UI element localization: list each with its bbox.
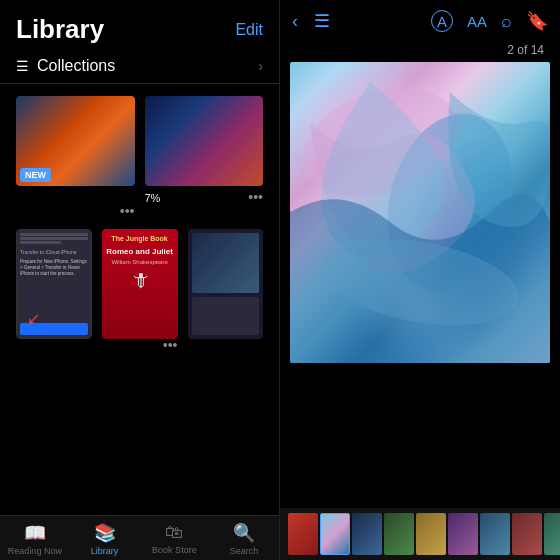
dots-menu-1[interactable]: ••• [120,203,135,219]
dots-menu-3[interactable]: ••• [163,337,178,353]
edit-button[interactable]: Edit [235,21,263,39]
thumb-7[interactable] [480,513,510,555]
collections-row[interactable]: ☰ Collections › [0,49,279,84]
books-grid: NEW ••• 7% ••• Transfer to iCloud [0,84,279,515]
marble-svg [290,62,550,363]
book-progress[interactable]: 100% ••• [188,229,263,339]
jungle-book-title: The Jungle Book [111,235,167,243]
shakespeare-name: William Shakespeare [111,259,167,265]
thumb-3[interactable] [352,513,382,555]
page-indicator: 2 of 14 [507,43,544,57]
phone-line-2 [20,237,88,240]
romeo-title: Romeo and Juliet [106,247,173,257]
book-page [290,62,550,363]
reader-header: ‹ ☰ A AA ⌕ 🔖 [280,0,560,40]
phone-line-3 [20,241,61,244]
book-cover-2 [145,96,264,186]
thumb-8[interactable] [512,513,542,555]
reading-now-icon: 📖 [24,522,46,544]
book-thumb [192,233,259,293]
book-phone-transfer[interactable]: Transfer to iCloud iPhone Prepare for Ne… [16,229,92,339]
tab-reading-now-label: Reading Now [8,546,62,556]
tab-bar: 📖 Reading Now 📚 Library 🛍 Book Store 🔍 S… [0,515,279,560]
chevron-right-icon: › [258,58,263,74]
library-panel: Library Edit ☰ Collections › NEW ••• 7% … [0,0,280,560]
book-reader-area[interactable] [280,62,560,508]
back-icon[interactable]: ‹ [292,11,298,32]
tab-book-store[interactable]: 🛍 Book Store [140,522,210,556]
books-first-row: NEW ••• 7% ••• [16,96,263,205]
thumb-6[interactable] [448,513,478,555]
book-romeo-jungle[interactable]: The Jungle Book Romeo and Juliet William… [102,229,178,339]
list-icon[interactable]: ☰ [314,10,330,32]
tab-library-label: Library [91,546,119,556]
phone-text: Transfer to iCloud iPhone [20,249,88,256]
books-second-row: Transfer to iCloud iPhone Prepare for Ne… [16,229,263,339]
tab-reading-now[interactable]: 📖 Reading Now [0,522,70,556]
phone-desc: Prepare for New iPhone. Settings > Gener… [20,259,88,277]
thumb-5[interactable] [416,513,446,555]
thumbnail-strip [280,508,560,560]
library-title: Library [16,14,104,45]
bookmark-icon[interactable]: 🔖 [526,10,548,32]
page-indicator-container: 2 of 14 [280,40,560,58]
reader-header-left: ‹ ☰ [292,10,330,32]
book-item-abstract2[interactable]: 7% ••• [145,96,264,205]
thumb-1[interactable] [288,513,318,555]
book-store-icon: 🛍 [165,522,183,543]
tab-library[interactable]: 📚 Library [70,522,140,556]
font-a-circle-icon[interactable]: A [431,10,453,32]
aa-icon[interactable]: AA [467,13,487,30]
book-content-area [192,297,259,335]
arrow-icon: ↙ [27,309,40,328]
search-icon: 🔍 [233,522,255,544]
thumb-2-selected[interactable] [320,513,350,555]
tab-book-store-label: Book Store [152,545,197,555]
reader-panel: ‹ ☰ A AA ⌕ 🔖 2 of 14 [280,0,560,560]
progress-badge: 7% [145,192,161,204]
hamburger-icon: ☰ [16,58,29,74]
black-reading-area [280,363,560,508]
collections-left: ☰ Collections [16,57,115,75]
thumb-4[interactable] [384,513,414,555]
library-icon: 📚 [94,522,116,544]
book-cover-1: NEW [16,96,135,186]
tab-search-label: Search [230,546,259,556]
collections-label: Collections [37,57,115,75]
library-header: Library Edit [0,0,279,49]
sword-icon: 🗡 [130,269,150,292]
search-reader-icon[interactable]: ⌕ [501,11,512,32]
progress-inner [188,229,263,339]
book-item-abstract1[interactable]: NEW ••• [16,96,135,205]
phone-line-1 [20,233,88,236]
new-badge: NEW [20,168,51,182]
tab-search[interactable]: 🔍 Search [209,522,279,556]
reader-header-right: A AA ⌕ 🔖 [431,10,548,32]
dots-menu-2[interactable]: ••• [248,189,263,205]
thumb-9[interactable] [544,513,560,555]
